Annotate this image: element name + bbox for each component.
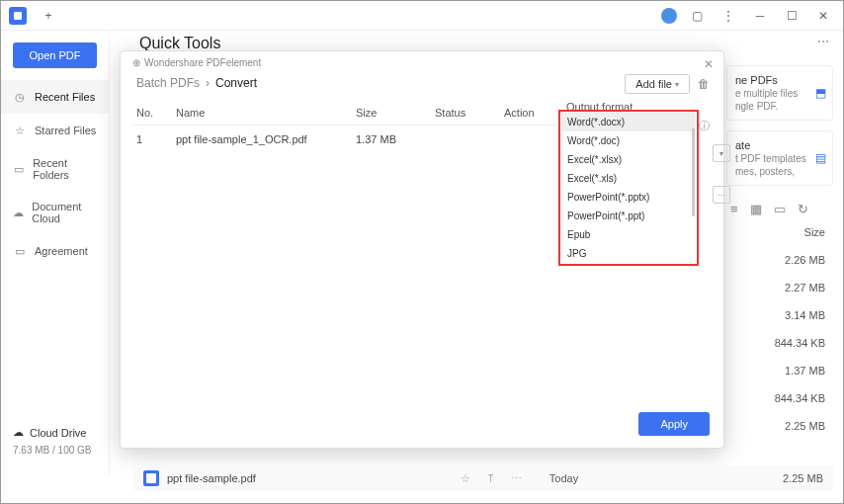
add-file-row: Add file ▾ 🗑	[625, 74, 710, 94]
sidebar-item-document-cloud[interactable]: ☁ Document Cloud	[1, 191, 109, 234]
pin-icon: ⊕	[132, 57, 140, 68]
sidebar-item-label: Agreement	[35, 245, 88, 257]
folder-icon: ▭	[13, 162, 25, 176]
dialog-close-button[interactable]: ✕	[704, 57, 714, 71]
feedback-icon[interactable]: ▢	[685, 4, 709, 28]
thumb-view-icon[interactable]: ▭	[774, 202, 786, 216]
hidden-selects: ▾ ⋯	[713, 144, 730, 204]
col-size: Size	[356, 107, 435, 119]
apply-button[interactable]: Apply	[638, 412, 710, 436]
avatar[interactable]	[661, 8, 677, 24]
dropdown-item[interactable]: JPG	[561, 244, 696, 263]
app-logo[interactable]	[9, 7, 27, 25]
dropdown-item[interactable]: Epub	[561, 225, 696, 244]
refresh-icon[interactable]: ↻	[798, 202, 808, 216]
sidebar-item-label: Document Cloud	[32, 201, 97, 224]
cloud-usage: 7.63 MB / 100 GB	[13, 445, 92, 456]
sidebar-item-label: Recent Files	[35, 91, 95, 103]
dropdown-item[interactable]: Excel(*.xlsx)	[561, 150, 696, 169]
menu-dots-icon[interactable]: ⋮	[717, 4, 740, 28]
cell-no: 1	[136, 133, 176, 145]
recent-size: 2.25 MB	[783, 472, 823, 484]
open-pdf-button[interactable]: Open PDF	[13, 42, 97, 68]
cell-size: 1.37 MB	[356, 133, 435, 145]
grid-view-icon[interactable]: ▦	[750, 202, 762, 216]
size-value: 2.26 MB	[726, 246, 833, 274]
dropdown-item[interactable]: Word(*.doc)	[561, 131, 696, 150]
sidebar-item-label: Recent Folders	[33, 157, 97, 181]
recent-actions: ☆ ⤒ ⋯ Today	[461, 472, 578, 485]
col-action: Action	[504, 107, 553, 119]
cell-name: ppt file-sample_1_OCR.pdf	[176, 133, 356, 145]
size-value: 2.25 MB	[726, 412, 833, 440]
size-value: 3.14 MB	[726, 301, 833, 329]
sidebar-item-starred-files[interactable]: ☆ Starred Files	[1, 114, 109, 147]
titlebar-left: +	[9, 4, 60, 28]
size-list: 2.26 MB 2.27 MB 3.14 MB 844.34 KB 1.37 M…	[726, 246, 833, 440]
recent-date: Today	[549, 472, 578, 484]
cell-action	[504, 133, 553, 145]
col-status: Status	[435, 107, 504, 119]
breadcrumb-current: Convert	[215, 76, 257, 90]
cloud-drive-section: ☁ Cloud Drive 7.63 MB / 100 GB	[13, 426, 92, 456]
cell-status	[435, 133, 504, 145]
dropdown-item[interactable]: PowerPoint(*.pptx)	[561, 188, 696, 207]
mini-select[interactable]: ▾	[713, 144, 730, 162]
star-icon: ☆	[13, 124, 27, 137]
titlebar-right: ▢ ⋮ ─ ☐ ✕	[661, 4, 835, 28]
help-icon[interactable]: ⓘ	[699, 119, 710, 133]
merge-icon: ⬒	[815, 86, 826, 100]
close-button[interactable]: ✕	[811, 4, 835, 28]
add-file-button[interactable]: Add file ▾	[625, 74, 690, 94]
pdf-icon	[143, 470, 159, 486]
minimize-button[interactable]: ─	[748, 4, 772, 28]
maximize-button[interactable]: ☐	[780, 4, 803, 28]
sidebar-item-recent-files[interactable]: ◷ Recent Files	[1, 80, 109, 114]
table-row[interactable]: 1 ppt file-sample_1_OCR.pdf 1.37 MB	[132, 126, 557, 153]
doc-icon: ▭	[13, 244, 27, 258]
dropdown-item[interactable]: Word(*.docx)	[561, 113, 696, 131]
view-toolbar: ≡ ▦ ▭ ↻	[726, 196, 833, 222]
recent-file-name: ppt file-sample.pdf	[167, 472, 256, 484]
clock-icon: ◷	[13, 90, 27, 104]
output-format-dropdown[interactable]: Word(*.docx) Word(*.doc) Excel(*.xlsx) E…	[558, 110, 699, 266]
size-value: 2.27 MB	[726, 274, 833, 301]
upload-icon[interactable]: ⤒	[486, 472, 495, 485]
right-panel: ne PDFs e multiple files ngle PDF. ⬒ ate…	[726, 65, 833, 440]
breadcrumb-sep: ›	[206, 76, 210, 90]
sidebar: Open PDF ◷ Recent Files ☆ Starred Files …	[1, 31, 110, 475]
template-card[interactable]: ate t PDF templates mes, posters, ▤	[726, 130, 833, 186]
template-icon: ▤	[815, 151, 826, 165]
dropdown-item[interactable]: PowerPoint(*.ppt)	[561, 207, 696, 225]
mini-select[interactable]: ⋯	[713, 186, 730, 204]
dropdown-item[interactable]: Excel(*.xls)	[561, 169, 696, 188]
col-no: No.	[136, 107, 176, 119]
breadcrumb-root[interactable]: Batch PDFs	[136, 76, 200, 90]
cloud-icon: ☁	[13, 206, 24, 219]
size-value: 844.34 KB	[726, 384, 833, 412]
cloud-drive-title[interactable]: ☁ Cloud Drive	[13, 426, 92, 439]
size-value: 844.34 KB	[726, 329, 833, 357]
trash-icon[interactable]: 🗑	[698, 77, 710, 91]
sidebar-item-agreement[interactable]: ▭ Agreement	[1, 234, 109, 268]
list-view-icon[interactable]: ≡	[730, 202, 738, 216]
size-column-header: Size	[726, 222, 833, 246]
file-table: No. Name Size Status Action 1 ppt file-s…	[132, 101, 557, 153]
col-name: Name	[176, 107, 356, 119]
dropdown-scrollbar[interactable]	[692, 127, 695, 216]
size-value: 1.37 MB	[726, 357, 833, 384]
table-header: No. Name Size Status Action	[132, 101, 557, 126]
dialog-tab[interactable]: ⊕ Wondershare PDFelement	[121, 51, 723, 72]
star-icon[interactable]: ☆	[461, 472, 470, 485]
more-icon[interactable]: ⋯	[817, 35, 829, 48]
sidebar-item-label: Starred Files	[35, 125, 96, 136]
more-icon[interactable]: ⋯	[511, 472, 522, 485]
titlebar: + ▢ ⋮ ─ ☐ ✕	[1, 1, 843, 31]
sidebar-item-recent-folders[interactable]: ▭ Recent Folders	[1, 147, 109, 191]
recent-file-row[interactable]: ppt file-sample.pdf ☆ ⤒ ⋯ Today 2.25 MB	[133, 465, 833, 491]
new-tab-button[interactable]: +	[37, 4, 60, 28]
cloud-icon: ☁	[13, 426, 24, 439]
combine-pdf-card[interactable]: ne PDFs e multiple files ngle PDF. ⬒	[726, 65, 833, 121]
main: Quick Tools ⋯ ne PDFs e multiple files n…	[110, 31, 843, 503]
chevron-down-icon: ▾	[675, 80, 679, 89]
